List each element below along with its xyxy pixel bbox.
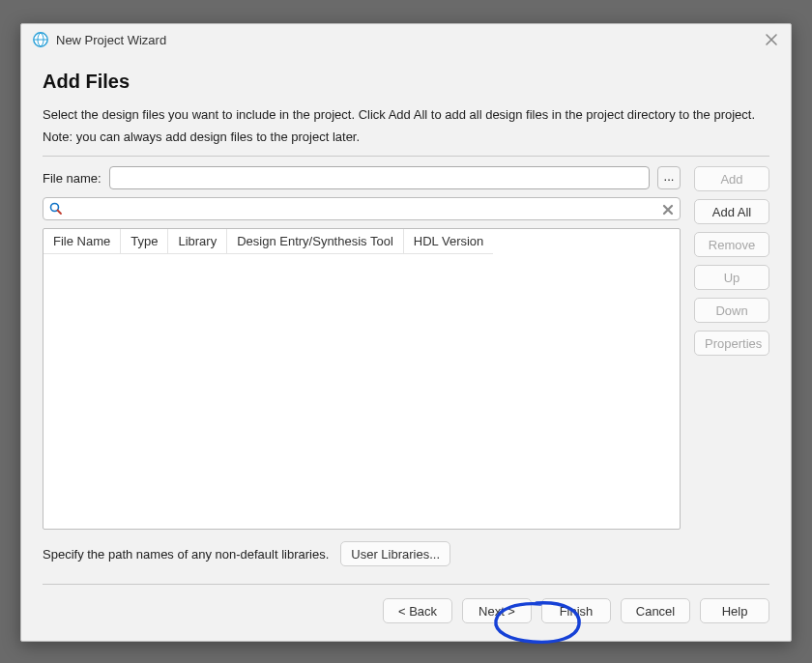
col-hdl-version[interactable]: HDL Version — [403, 229, 493, 254]
titlebar: New Project Wizard — [21, 24, 791, 53]
add-button[interactable]: Add — [694, 166, 769, 191]
help-button[interactable]: Help — [700, 598, 769, 623]
col-file-name[interactable]: File Name — [44, 229, 121, 254]
properties-button[interactable]: Properties — [694, 331, 769, 356]
wizard-dialog: New Project Wizard Add Files Select the … — [20, 23, 792, 642]
file-name-label: File name: — [43, 171, 102, 186]
col-type[interactable]: Type — [121, 229, 168, 254]
page-heading: Add Files — [43, 71, 769, 93]
col-tool[interactable]: Design Entry/Synthesis Tool — [227, 229, 404, 254]
close-icon[interactable] — [764, 32, 779, 47]
filter-row[interactable] — [43, 197, 681, 220]
table-header-row: File Name Type Library Design Entry/Synt… — [44, 229, 493, 254]
remove-button[interactable]: Remove — [694, 232, 769, 257]
page-note: Note: you can always add design files to… — [43, 130, 769, 144]
finish-button[interactable]: Finish — [541, 598, 611, 623]
up-button[interactable]: Up — [694, 265, 769, 290]
libraries-label: Specify the path names of any non-defaul… — [43, 547, 329, 562]
window-title: New Project Wizard — [56, 33, 764, 47]
down-button[interactable]: Down — [694, 298, 769, 323]
add-all-button[interactable]: Add All — [694, 199, 769, 224]
footer: < Back Next > Finish Cancel Help — [21, 585, 791, 641]
browse-button[interactable]: ... — [657, 166, 681, 189]
page-description: Select the design files you want to incl… — [43, 106, 769, 124]
clear-filter-icon[interactable] — [660, 202, 676, 217]
back-button[interactable]: < Back — [383, 598, 452, 623]
separator — [43, 156, 769, 157]
cancel-button[interactable]: Cancel — [621, 598, 690, 623]
file-name-input[interactable] — [109, 166, 650, 189]
user-libraries-button[interactable]: User Libraries... — [340, 541, 450, 566]
search-icon — [49, 202, 63, 216]
file-name-row: File name: ... — [43, 166, 681, 189]
libraries-row: Specify the path names of any non-defaul… — [43, 541, 681, 566]
files-table[interactable]: File Name Type Library Design Entry/Synt… — [43, 228, 681, 530]
side-button-column: Add Add All Remove Up Down Properties — [694, 166, 769, 572]
app-icon — [33, 32, 48, 47]
next-button[interactable]: Next > — [462, 598, 532, 623]
col-library[interactable]: Library — [168, 229, 227, 254]
